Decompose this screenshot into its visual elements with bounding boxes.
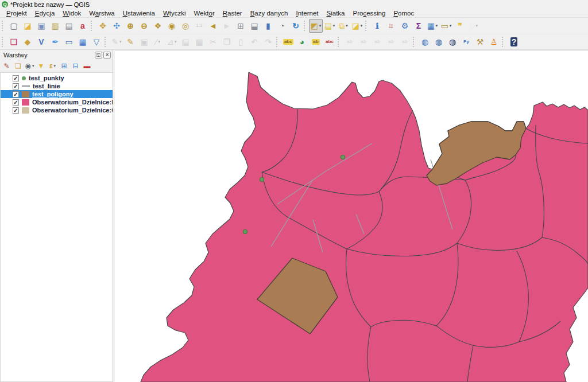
menu-warstwa[interactable]: Warstwa: [85, 9, 118, 17]
dropdown-arrow-icon[interactable]: ▾: [158, 40, 160, 44]
dropdown-arrow-icon[interactable]: ▾: [475, 24, 478, 28]
map-canvas[interactable]: [115, 50, 588, 382]
menu-widok[interactable]: Widok: [59, 9, 85, 17]
toggle-editing-button[interactable]: ✎: [123, 35, 137, 49]
dropdown-arrow-icon[interactable]: ▾: [119, 40, 122, 44]
show-bookmarks-button[interactable]: ▮: [261, 19, 275, 33]
data-source-manager-button[interactable]: ❏: [7, 35, 21, 49]
highlight-pinned-labels-button[interactable]: ab: [309, 35, 323, 49]
show-unplaced-labels-button[interactable]: abc: [323, 35, 336, 49]
dropdown-arrow-icon[interactable]: ▾: [436, 24, 438, 28]
zoom-last-button[interactable]: ◄: [206, 19, 220, 33]
new-shapefile-layer-button[interactable]: V: [34, 35, 48, 49]
layer-visibility-checkbox[interactable]: ✓: [13, 75, 19, 81]
pan-to-selection-button[interactable]: ✣: [110, 19, 123, 33]
refresh-map-button[interactable]: ↻: [289, 19, 303, 33]
new-print-layout-button[interactable]: ▥: [48, 19, 62, 33]
layer-visibility-checkbox[interactable]: ✓: [13, 91, 19, 98]
new-geopackage-layer-button[interactable]: ◆: [21, 35, 34, 49]
dropdown-arrow-icon[interactable]: ▾: [346, 24, 348, 28]
zoom-out-button[interactable]: ⊖: [137, 19, 151, 33]
layer-item-test-linie[interactable]: ✓test_linie: [1, 82, 113, 90]
zoom-to-layer-icon: ◎: [182, 22, 189, 30]
menu-processing[interactable]: Processing: [349, 9, 389, 17]
redo-button: ↷: [261, 35, 275, 49]
new-memory-layer-button[interactable]: ▽: [90, 35, 103, 49]
style-manager-button[interactable]: a: [76, 19, 90, 33]
select-features-by-value-button[interactable]: ▤▾: [323, 19, 336, 33]
new-project-button[interactable]: ▢: [7, 19, 21, 33]
toolbar-grip: [304, 21, 307, 31]
layer-item-test-punkty[interactable]: ✓test_punkty: [1, 74, 113, 82]
dropdown-arrow-icon[interactable]: ▾: [333, 24, 335, 28]
manage-map-themes-button[interactable]: ◉▾: [24, 61, 35, 72]
new-map-view-button[interactable]: ⊞: [234, 19, 247, 33]
menu-pomoc[interactable]: Pomoc: [389, 9, 418, 17]
processing-toolbox-button[interactable]: ⚙: [398, 19, 412, 33]
dropdown-arrow-icon[interactable]: ▾: [450, 24, 452, 28]
collapse-all-button[interactable]: ⊟: [70, 61, 81, 72]
statistical-summary-button[interactable]: Σ: [412, 19, 425, 33]
attribute-table-button[interactable]: ▦▾: [425, 19, 439, 33]
dropdown-arrow-icon[interactable]: ▾: [32, 64, 34, 68]
zoom-to-layer-button[interactable]: ◎: [179, 19, 192, 33]
select-features-button[interactable]: ◩▾: [309, 19, 323, 33]
layer-item-obserwatorium-dzielnice-dzielnic[interactable]: ✓Obserwatorium_Dzielnice:Dzielnic: [1, 98, 113, 106]
layer-visibility-checkbox[interactable]: ✓: [13, 99, 19, 106]
undock-panel-icon[interactable]: ◱: [95, 52, 102, 59]
menu-ustawienia[interactable]: Ustawienia: [119, 9, 159, 17]
metasearch-search-services-button[interactable]: ◍: [432, 35, 446, 49]
open-project-button[interactable]: ◪: [21, 19, 34, 33]
temporal-controller-button[interactable]: ◔: [275, 19, 289, 33]
layer-item-test-poligony[interactable]: ✓test_poligony: [1, 90, 113, 98]
menu-raster[interactable]: Raster: [219, 9, 246, 17]
new-virtual-layer-button[interactable]: ▦: [76, 35, 90, 49]
menu-wtyczki[interactable]: Wtyczki: [159, 9, 190, 17]
menu-wektor[interactable]: Wektor: [190, 9, 219, 17]
menu-internet[interactable]: Internet: [292, 9, 323, 17]
dropdown-arrow-icon[interactable]: ▾: [361, 24, 363, 28]
new-3d-map-view-button[interactable]: ⬓: [247, 19, 261, 33]
new-gpx-layer-button[interactable]: ▭: [62, 35, 76, 49]
identify-features-button[interactable]: ℹ: [370, 19, 384, 33]
zoom-to-selection-button[interactable]: ◉: [165, 19, 179, 33]
copy-features-button: ❐: [220, 35, 234, 49]
layer-diagram-options-button[interactable]: ◕: [295, 35, 309, 49]
remove-layer-button[interactable]: ▬: [82, 61, 92, 72]
menu-siatka[interactable]: Siatka: [323, 9, 349, 17]
dropdown-arrow-icon[interactable]: ▾: [175, 40, 177, 44]
measure-line-button[interactable]: ▭▾: [439, 19, 453, 33]
close-panel-icon[interactable]: ✕: [103, 52, 111, 59]
field-calculator-button[interactable]: ⌗: [384, 19, 398, 33]
layer-item-obserwatorium-dzielnice-granice[interactable]: ✓Obserwatorium_Dzielnice:Granice: [1, 106, 113, 114]
menu-bazy-danych[interactable]: Bazy danych: [246, 9, 292, 17]
zoom-full-extent-button[interactable]: ❖: [151, 19, 165, 33]
dropdown-arrow-icon[interactable]: ▾: [319, 24, 322, 28]
pan-map-button[interactable]: ✥: [96, 19, 110, 33]
locator-search-icon: ◌: [470, 22, 474, 30]
help-contents-button[interactable]: ?: [507, 35, 521, 49]
filter-legend-button[interactable]: ▼: [36, 61, 47, 72]
metasearch-add-service-button[interactable]: ◍: [418, 35, 432, 49]
layer-visibility-checkbox[interactable]: ✓: [13, 107, 19, 114]
add-group-button[interactable]: ❏: [13, 61, 24, 72]
deselect-features-button[interactable]: ⧉▾: [336, 19, 350, 33]
save-project-button[interactable]: ▣: [34, 19, 48, 33]
new-spatialite-layer-button[interactable]: ✒: [48, 35, 62, 49]
show-layout-manager-button[interactable]: ▤: [62, 19, 76, 33]
python-console-button[interactable]: Py: [459, 35, 473, 49]
menu-edycja[interactable]: Edycja: [31, 9, 59, 17]
map-tips-button[interactable]: ❞: [453, 19, 467, 33]
osm-place-search-button[interactable]: ♙: [487, 35, 501, 49]
layer-visibility-checkbox[interactable]: ✓: [13, 83, 19, 89]
menu-projekt[interactable]: Projekt: [2, 9, 31, 17]
plugin-builder-button[interactable]: ⚒: [473, 35, 487, 49]
layer-labeling-options-button[interactable]: abc: [281, 35, 295, 49]
zoom-in-button[interactable]: ⊕: [123, 19, 137, 33]
expand-all-button[interactable]: ⊞: [59, 61, 69, 72]
dropdown-arrow-icon[interactable]: ▾: [54, 64, 56, 68]
filter-by-expression-button[interactable]: ε▾: [47, 61, 58, 72]
open-layer-styling-panel-button[interactable]: ✎: [1, 61, 12, 72]
metasearch-catalog-button[interactable]: ◍: [446, 35, 459, 49]
select-features-menu-button[interactable]: ◪▾: [350, 19, 364, 33]
